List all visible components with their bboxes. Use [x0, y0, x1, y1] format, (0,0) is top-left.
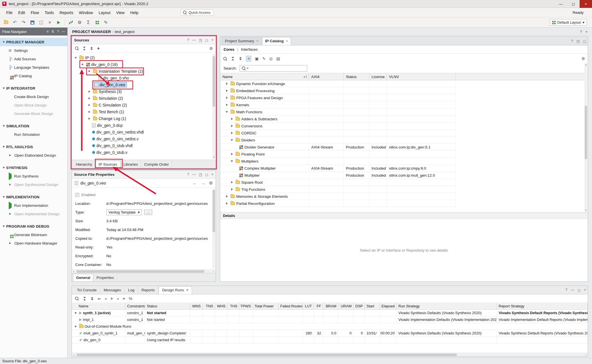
catalog-category-row[interactable]: Dynamic Function eXchange	[220, 80, 456, 87]
panel-minimize-icon[interactable]: ―	[571, 288, 575, 292]
type-browse-button[interactable]: …	[144, 210, 152, 215]
column-start[interactable]: Start	[365, 303, 380, 309]
quick-access-search[interactable]: Quick Access	[181, 9, 214, 16]
scroll-right-icon[interactable]: ›	[212, 270, 216, 273]
catalog-ip-row[interactable]: MultiplierProductionIncludedxilinx.com:i…	[220, 172, 456, 179]
panel-maximize-icon[interactable]: ◻	[578, 288, 580, 292]
expander-icon[interactable]	[225, 96, 229, 100]
subtab-cores[interactable]: Cores	[224, 47, 234, 52]
panel-close-icon[interactable]: ×	[211, 38, 213, 42]
expander-icon[interactable]	[225, 81, 229, 86]
flownav-section-synthesis[interactable]: SYNTHESIS	[0, 163, 67, 172]
panel-help-icon[interactable]: ?	[187, 172, 189, 177]
catalog-category-row[interactable]: Adders & Subtracters	[220, 116, 456, 123]
tab-general[interactable]: General	[73, 274, 93, 281]
sfp-vertical-scrollbar[interactable]	[212, 189, 215, 268]
column-name[interactable]: Name	[72, 303, 125, 309]
catalog-category-row[interactable]: CORDIC	[220, 130, 456, 137]
workspace-help-icon[interactable]: ?	[580, 30, 582, 34]
tab-log[interactable]: Log	[125, 287, 138, 294]
tab-design-runs[interactable]: Design Runs×	[158, 286, 192, 294]
flow-report-button[interactable]	[67, 19, 75, 26]
catalog-category-row[interactable]: Kernels	[220, 101, 456, 108]
expander-icon[interactable]	[74, 324, 78, 329]
tree-item-test-bench[interactable]: Test Bench (1)	[74, 108, 212, 115]
expander-icon[interactable]	[87, 103, 92, 107]
tree-item-c-simulation[interactable]: C Simulation (2)	[74, 102, 212, 108]
column-uram[interactable]: URAM	[338, 303, 354, 309]
scroll-left-icon[interactable]: ‹	[72, 353, 76, 356]
tree-item-instantiation-template[interactable]: Instantiation Template (2)	[74, 68, 212, 75]
column-ths[interactable]: THS	[227, 303, 239, 309]
expander-icon[interactable]	[74, 311, 78, 315]
tree-item-ip[interactable]: IP (2)	[74, 54, 212, 61]
expander-icon[interactable]	[87, 69, 92, 74]
search-icon[interactable]	[223, 57, 227, 61]
tab-ip-catalog[interactable]: IP Catalog×	[262, 37, 291, 45]
open-project-button[interactable]	[2, 19, 10, 26]
column-whs[interactable]: WHS	[215, 303, 227, 309]
flownav-item-open-hardware-manager[interactable]: Open Hardware Manager	[0, 239, 67, 247]
flownav-item-ip-catalog[interactable]: IP Catalog	[0, 72, 67, 80]
window-close-button[interactable]: ×	[580, 0, 592, 8]
run-group-out-of-context[interactable]: Out-of-Context Module Runs	[72, 323, 588, 330]
column-axi4[interactable]: AXI4	[309, 73, 344, 80]
column-tpws[interactable]: TPWS	[239, 303, 253, 309]
panel-maximize-icon[interactable]: ◻	[205, 38, 208, 42]
column-status[interactable]: Status	[145, 303, 190, 309]
expander-icon[interactable]	[230, 124, 234, 128]
tree-item-change-log[interactable]: Change Log (1)	[74, 115, 212, 122]
tab-libraries[interactable]: Libraries	[121, 161, 141, 168]
subtab-interfaces[interactable]: Interfaces	[241, 47, 258, 52]
scroll-up-icon[interactable]: ∧	[584, 63, 587, 66]
catalog-category-row[interactable]: Trig Functions	[220, 186, 456, 193]
tree-item-stub-vhdl[interactable]: div_gen_0_stub.vhdl	[74, 142, 212, 149]
menu-layout[interactable]: Layout	[96, 9, 113, 17]
column-failed-routes[interactable]: Failed Routes	[279, 303, 303, 309]
expander-icon[interactable]	[225, 88, 229, 93]
hierarchy-view-icon[interactable]: ▣	[255, 56, 259, 61]
customize-ip-icon[interactable]: ✎	[262, 56, 266, 61]
tree-item-div-gen-0-dcp[interactable]: div_gen_0.dcp	[74, 122, 212, 129]
expander-icon[interactable]	[87, 96, 92, 101]
scroll-left-icon[interactable]: ‹	[72, 270, 76, 273]
panel-maximize-icon[interactable]: ◻	[205, 172, 208, 177]
catalog-category-row[interactable]: Multipliers	[220, 158, 456, 165]
scrollbar-thumb[interactable]	[76, 354, 457, 356]
column-tns[interactable]: TNS	[203, 303, 215, 309]
panel-float-icon[interactable]: ◳	[199, 172, 202, 177]
flownav-item-create-block-design[interactable]: Create Block Design	[0, 92, 67, 101]
tree-item-simulation[interactable]: Simulation (2)	[74, 95, 212, 102]
column-bram[interactable]: BRAM	[323, 303, 338, 309]
panel-minimize-icon[interactable]: ―	[192, 172, 196, 177]
tab-compile-order[interactable]: Compile Order	[141, 161, 172, 168]
expander-icon[interactable]	[230, 131, 234, 135]
expander-icon[interactable]	[80, 62, 85, 67]
previous-file-icon[interactable]: ←	[193, 181, 197, 186]
panel-maximize-icon[interactable]: ◻	[583, 39, 586, 43]
save-button[interactable]	[28, 19, 36, 26]
tab-properties[interactable]: Properties	[94, 274, 117, 281]
sum-report-button[interactable]: Σ	[85, 19, 92, 26]
panel-help-icon[interactable]: ?	[187, 38, 189, 42]
catalog-search-input[interactable]: ▾	[240, 65, 307, 72]
group-by-category-icon[interactable]: ≡	[246, 56, 251, 61]
tab-tcl-console[interactable]: Tcl Console	[74, 287, 100, 294]
expander-icon[interactable]	[225, 201, 229, 206]
run-row-synth-1[interactable]: synth_1 (active) constrs_1 Not started V…	[72, 310, 588, 316]
menu-tools[interactable]: Tools	[42, 9, 57, 17]
resume-run-icon[interactable]	[111, 297, 113, 300]
panel-minimize-icon[interactable]: ―	[192, 38, 196, 42]
run-row-mult-gen-0-synth-1[interactable]: ✓mult_gen_0_synth_1 mult_gen_0 synth_des…	[72, 330, 588, 337]
flownav-help-icon[interactable]: ?	[57, 30, 59, 34]
tree-item-div-gen-0-veo[interactable]: div_gen_0.veo	[74, 81, 212, 88]
catalog-settings-gear-icon[interactable]: ⚙	[581, 56, 585, 61]
flownav-item-add-sources[interactable]: Add Sources	[0, 55, 67, 63]
column-status[interactable]: Status	[344, 73, 369, 80]
close-icon[interactable]: ×	[257, 39, 259, 43]
window-minimize-button[interactable]: ―	[555, 0, 567, 8]
menu-edit[interactable]: Edit	[16, 9, 28, 17]
undo-button[interactable]: ↶	[11, 19, 19, 26]
flownav-menu-icon[interactable]: ≡	[47, 30, 48, 34]
tree-item-stub-v[interactable]: div_gen_0_stub.v	[74, 149, 212, 156]
